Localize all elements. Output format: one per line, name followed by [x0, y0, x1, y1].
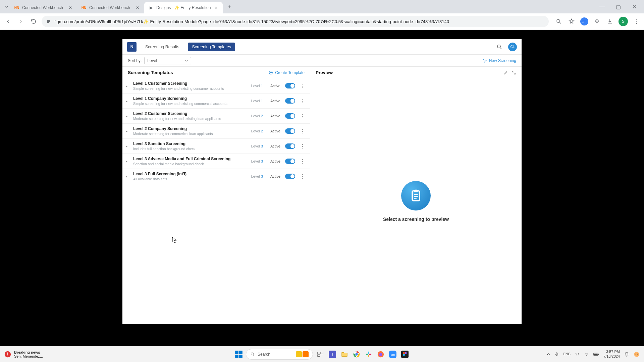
expand-caret-icon[interactable]: ▸: [126, 99, 130, 103]
expand-caret-icon[interactable]: ▸: [126, 129, 130, 133]
tray-copilot-icon[interactable]: [633, 351, 640, 358]
taskbar-search[interactable]: Search: [246, 349, 313, 360]
expand-caret-icon[interactable]: ▸: [126, 144, 130, 148]
browser-tab-0[interactable]: NN Connected Workbench ✕: [10, 2, 77, 13]
template-row[interactable]: ▸ Level 3 Full Screening (Int'l) All ava…: [122, 169, 310, 184]
svg-rect-19: [318, 354, 320, 356]
row-menu-icon[interactable]: ⋮: [300, 173, 305, 180]
address-bar[interactable]: figma.com/proto/sDRnW6mflbaP5t1jdYwH7U/✨…: [42, 16, 549, 27]
preview-title: Preview: [316, 70, 333, 75]
template-row[interactable]: ▸ Level 3 Adverse Media and Full Crimina…: [122, 154, 310, 169]
row-menu-icon[interactable]: ⋮: [300, 143, 305, 149]
extension-icon-1[interactable]: zm: [580, 17, 588, 25]
svg-point-35: [403, 354, 405, 356]
user-avatar[interactable]: CL: [508, 43, 517, 51]
taskbar-app-figma[interactable]: [400, 350, 410, 359]
row-menu-icon[interactable]: ⋮: [300, 128, 305, 134]
zoom-icon[interactable]: [555, 17, 563, 25]
active-toggle[interactable]: [285, 128, 295, 134]
tray-language[interactable]: ENG: [563, 352, 571, 356]
expand-icon[interactable]: [512, 70, 516, 75]
row-menu-icon[interactable]: ⋮: [300, 158, 305, 165]
template-row[interactable]: ▸ Level 1 Company Screening Simple scree…: [122, 94, 310, 109]
taskbar-app-slack[interactable]: [364, 350, 373, 359]
tray-chevron-icon[interactable]: [546, 352, 550, 356]
tab-close-2[interactable]: ✕: [213, 5, 219, 10]
template-row[interactable]: ▸ Level 3 Sanction Screening Includes fu…: [122, 139, 310, 154]
maximize-button[interactable]: ▢: [610, 1, 626, 12]
url-text: figma.com/proto/sDRnW6mflbaP5t1jdYwH7U/✨…: [54, 19, 449, 24]
template-row[interactable]: ▸ Level 2 Customer Screening Moderate sc…: [122, 109, 310, 124]
new-screening-button[interactable]: New Screening: [482, 58, 516, 63]
reload-button[interactable]: [29, 17, 38, 26]
template-level: Level 1: [251, 84, 263, 88]
active-toggle[interactable]: [285, 159, 295, 164]
expand-caret-icon[interactable]: ▸: [126, 84, 130, 88]
svg-rect-17: [318, 352, 320, 354]
back-button[interactable]: [3, 17, 13, 26]
app-logo[interactable]: N: [127, 42, 137, 52]
downloads-icon[interactable]: [606, 17, 614, 25]
template-row[interactable]: ▸ Level 1 Customer Screening Simple scre…: [122, 78, 310, 94]
taskbar-app-firefox[interactable]: [376, 350, 385, 359]
template-status: Active: [270, 174, 280, 178]
new-screening-label: New Screening: [489, 58, 516, 63]
expand-caret-icon[interactable]: ▸: [126, 175, 130, 178]
tray-battery-icon[interactable]: [593, 352, 599, 356]
template-level: Level 3: [251, 159, 263, 163]
tab-close-1[interactable]: ✕: [135, 5, 140, 10]
start-button[interactable]: [234, 350, 243, 359]
chrome-menu-icon[interactable]: ⋮: [633, 17, 641, 25]
forward-button[interactable]: [16, 17, 25, 26]
plus-circle-icon: [269, 70, 273, 75]
row-menu-icon[interactable]: ⋮: [300, 83, 305, 89]
expand-caret-icon[interactable]: ▸: [126, 160, 130, 163]
active-toggle[interactable]: [285, 143, 295, 149]
svg-rect-15: [296, 351, 302, 357]
active-toggle[interactable]: [285, 174, 295, 179]
new-tab-button[interactable]: ＋: [225, 2, 234, 11]
row-menu-icon[interactable]: ⋮: [300, 113, 305, 119]
browser-tab-2[interactable]: ▶ Designs - ✨ Entity Resolution ✕: [144, 2, 223, 13]
tray-wifi-icon[interactable]: [575, 352, 580, 357]
templates-title: Screening Templates: [128, 70, 173, 75]
taskbar-app-taskview[interactable]: [316, 350, 325, 359]
taskbar-clock[interactable]: 3:57 PM 7/16/2024: [603, 350, 620, 358]
sort-value: Level: [147, 58, 157, 63]
active-toggle[interactable]: [285, 113, 295, 119]
bookmark-icon[interactable]: [568, 17, 576, 25]
tray-mic-icon[interactable]: [554, 352, 559, 357]
taskbar-app-chrome[interactable]: [352, 350, 361, 359]
svg-point-23: [355, 353, 358, 355]
tab-close-0[interactable]: ✕: [68, 5, 73, 10]
app-search-icon[interactable]: [495, 43, 503, 51]
tray-notifications-icon[interactable]: [624, 352, 629, 357]
template-level: Level 3: [251, 174, 263, 178]
browser-tab-1[interactable]: NN Connected Workbench ✕: [77, 2, 144, 13]
tray-volume-icon[interactable]: [584, 352, 589, 357]
template-row[interactable]: ▸ Level 2 Company Screening Moderate scr…: [122, 124, 310, 139]
minimize-button[interactable]: —: [594, 1, 610, 12]
edit-icon[interactable]: [503, 70, 508, 75]
create-template-button[interactable]: Create Template: [269, 70, 305, 75]
tab-search-dropdown[interactable]: [3, 3, 10, 10]
taskbar-app-teams[interactable]: T: [328, 350, 337, 359]
taskbar-app-zoom[interactable]: zm: [388, 350, 397, 359]
svg-rect-39: [598, 354, 599, 355]
clock-date: 7/16/2024: [603, 354, 620, 359]
active-toggle[interactable]: [285, 83, 295, 88]
tab-screening-templates[interactable]: Screening Templates: [188, 43, 235, 51]
row-menu-icon[interactable]: ⋮: [300, 98, 305, 104]
extensions-icon[interactable]: [593, 17, 601, 25]
tab-screening-results[interactable]: Screening Results: [141, 43, 183, 51]
template-list: ▸ Level 1 Customer Screening Simple scre…: [122, 78, 310, 184]
active-toggle[interactable]: [285, 98, 295, 104]
close-window-button[interactable]: ✕: [627, 1, 642, 12]
profile-avatar[interactable]: S: [619, 17, 628, 26]
taskbar-news-widget[interactable]: Breaking news Sen. Menendez...: [4, 350, 43, 358]
address-row: figma.com/proto/sDRnW6mflbaP5t1jdYwH7U/✨…: [0, 13, 644, 29]
expand-caret-icon[interactable]: ▸: [126, 114, 130, 118]
sort-select[interactable]: Level: [144, 57, 191, 64]
taskbar-app-explorer[interactable]: [340, 350, 349, 359]
preview-header: Preview: [310, 67, 522, 78]
